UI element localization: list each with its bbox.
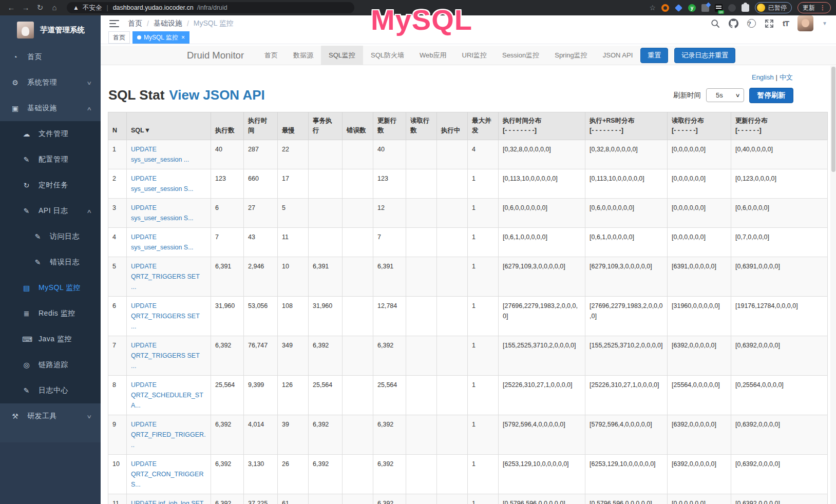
column-header[interactable]: 最慢 — [278, 112, 309, 140]
sidebar-item-system-mgmt[interactable]: ⚙系统管理∨ — [0, 70, 101, 95]
table-cell — [343, 415, 373, 454]
sidebar-item-config-mgmt[interactable]: ✎配置管理 — [0, 147, 101, 172]
pause-refresh-button[interactable]: 暂停刷新 — [749, 88, 793, 103]
sidebar-item-dev-tools[interactable]: ⚒研发工具∨ — [0, 403, 101, 429]
address-bar[interactable]: ▲ 不安全 | dashboard.yudao.iocoder.cn/infra… — [67, 2, 354, 13]
sql-link[interactable]: UPDATE QRTZ_FIRED_TRIGGER... — [131, 421, 206, 449]
extensions-puzzle-icon[interactable] — [742, 4, 749, 12]
sql-link[interactable]: UPDATE QRTZ_TRIGGERS SET ... — [131, 342, 200, 370]
column-header[interactable]: SQL▼ — [127, 112, 211, 140]
home-button[interactable]: ⌂ — [48, 0, 61, 15]
column-header[interactable]: 读取行分布[- - - - - -] — [668, 112, 731, 140]
column-header[interactable]: 更新行数 — [373, 112, 406, 140]
druid-nav-Spring监控[interactable]: Spring监控 — [547, 46, 595, 65]
help-icon[interactable]: ? — [747, 19, 756, 28]
github-icon[interactable] — [729, 18, 738, 28]
security-label[interactable]: 不安全 — [83, 4, 102, 12]
druid-brand[interactable]: Druid Monitor — [187, 50, 244, 61]
sql-link[interactable]: UPDATE QRTZ_SCHEDULER_STA... — [131, 381, 203, 409]
back-button[interactable]: ← — [5, 0, 17, 15]
chrome-update-button[interactable]: 更新 ⋮ — [797, 2, 831, 13]
sidebar-item-tracing[interactable]: ◎链路追踪 — [0, 352, 101, 378]
tab-MySQL 监控[interactable]: MySQL 监控× — [132, 31, 189, 44]
table-cell: 4 — [468, 140, 499, 169]
sql-link[interactable]: UPDATE inf_job_log SET e... — [131, 500, 203, 504]
sql-link[interactable]: UPDATE QRTZ_TRIGGERS SET ... — [131, 263, 200, 290]
sidebar-item-java-monitor[interactable]: ⌨Java 监控 — [0, 326, 101, 352]
sidebar-item-mysql-monitor[interactable]: ▤MySQL 监控 — [0, 275, 101, 301]
lang-english-link[interactable]: English — [752, 73, 774, 81]
sidebar-item-scheduled-jobs[interactable]: ↻定时任务 — [0, 172, 101, 198]
table-cell: 6,391 — [211, 257, 244, 296]
table-cell: [6253,129,10,0,0,0,0,0] — [585, 454, 668, 494]
sidebar-item-log-center[interactable]: ✎日志中心 — [0, 378, 101, 403]
bookmark-star-icon[interactable]: ☆ — [649, 4, 656, 12]
column-header[interactable]: 执行中 — [437, 112, 468, 140]
column-header[interactable]: 执行数 — [211, 112, 244, 140]
close-icon[interactable]: × — [181, 34, 185, 41]
druid-nav-Web应用[interactable]: Web应用 — [412, 46, 454, 65]
column-header[interactable]: 执行时间 — [244, 112, 278, 140]
blue-gem-extension-icon[interactable] — [675, 4, 682, 11]
sidebar-item-file-mgmt[interactable]: ☁文件管理 — [0, 121, 101, 147]
column-header[interactable]: 执行时间分布[- - - - - - - -] — [499, 112, 585, 140]
sidebar-item-access-logs[interactable]: ✎访问日志 — [0, 224, 101, 249]
view-json-api-link[interactable]: View JSON API — [169, 87, 264, 103]
forward-button[interactable]: → — [20, 0, 32, 15]
sidebar-item-error-logs[interactable]: ✎错误日志 — [0, 249, 101, 275]
sql-link[interactable]: UPDATE sys_user_session S... — [131, 175, 194, 192]
druid-panel: Druid Monitor 首页数据源SQL监控SQL防火墙Web应用URI监控… — [101, 44, 836, 504]
chevron-down-icon[interactable]: ▼ — [822, 21, 827, 26]
column-header[interactable]: 执行+RS时分布[- - - - - - - -] — [585, 112, 668, 140]
scrollbar-track[interactable] — [830, 66, 836, 504]
sql-link[interactable]: UPDATE sys_user_session S... — [131, 204, 194, 222]
log-and-reset-button[interactable]: 记录日志并重置 — [674, 48, 735, 63]
ghost-extension-icon[interactable] — [728, 4, 736, 12]
druid-nav-首页[interactable]: 首页 — [257, 46, 286, 65]
orange-ring-extension-icon[interactable] — [661, 4, 669, 12]
reload-button[interactable]: ↻ — [34, 0, 46, 15]
sql-link[interactable]: UPDATE QRTZ_CRON_TRIGGERS... — [131, 460, 203, 488]
column-header-sub: [- - - - - - - -] — [503, 126, 581, 135]
druid-nav-SQL监控[interactable]: SQL监控 — [321, 46, 363, 65]
search-icon[interactable] — [711, 19, 720, 28]
sidebar-item-home[interactable]: ◔首页 — [0, 44, 101, 70]
reset-button[interactable]: 重置 — [640, 48, 668, 63]
column-header[interactable]: 读取行数 — [406, 112, 437, 140]
breadcrumb-item[interactable]: 基础设施 — [154, 19, 182, 28]
column-header[interactable]: 错误数 — [343, 112, 373, 140]
sidebar-item-redis-monitor[interactable]: ≣Redis 监控 — [0, 301, 101, 326]
column-header[interactable]: 最大并发 — [468, 112, 499, 140]
avatar[interactable] — [797, 15, 813, 31]
sql-link[interactable]: UPDATE sys_user_session ... — [131, 146, 189, 163]
column-header[interactable]: 更新行分布[- - - - - -] — [731, 112, 828, 140]
scrollbar-thumb[interactable] — [831, 67, 835, 172]
lang-chinese-link[interactable]: 中文 — [780, 73, 793, 81]
green-y-extension-icon[interactable]: y — [688, 4, 696, 12]
table-cell: [155,2525,3710,2,0,0,0,0] — [499, 336, 585, 375]
druid-nav-数据源[interactable]: 数据源 — [286, 46, 321, 65]
table-cell: 43 — [244, 227, 278, 257]
sidebar-item-infrastructure[interactable]: ▣基础设施∧ — [0, 95, 101, 121]
grid-extension-icon[interactable] — [701, 4, 709, 12]
sidebar-item-api-logs[interactable]: ✎API 日志∧ — [0, 198, 101, 224]
font-size-icon[interactable]: tT — [783, 19, 789, 28]
table-cell: [0,123,0,0,0,0] — [731, 169, 828, 198]
app-logo-row[interactable]: 芋道管理系统 — [0, 15, 101, 44]
column-header[interactable]: N — [108, 112, 127, 140]
chrome-menu-dots-icon[interactable]: ⋮ — [820, 4, 826, 11]
refresh-interval-select[interactable]: 5s ∨ — [706, 88, 744, 102]
druid-nav-SQL防火墙[interactable]: SQL防火墙 — [363, 46, 412, 65]
druid-nav-Session监控[interactable]: Session监控 — [495, 46, 547, 65]
sidebar-collapse-button[interactable] — [109, 20, 119, 27]
list-on-extension-icon[interactable] — [715, 4, 723, 12]
sql-link[interactable]: UPDATE QRTZ_TRIGGERS SET ... — [131, 302, 200, 330]
fullscreen-icon[interactable] — [765, 19, 774, 28]
breadcrumb-item[interactable]: 首页 — [128, 19, 142, 28]
profile-paused-pill[interactable]: 已暂停 — [755, 2, 792, 13]
druid-nav-JSON API[interactable]: JSON API — [595, 46, 641, 65]
tab-首页[interactable]: 首页 — [108, 31, 130, 44]
druid-nav-URI监控[interactable]: URI监控 — [454, 46, 495, 65]
sql-link[interactable]: UPDATE sys_user_session S... — [131, 234, 194, 251]
column-header[interactable]: 事务执行 — [309, 112, 343, 140]
